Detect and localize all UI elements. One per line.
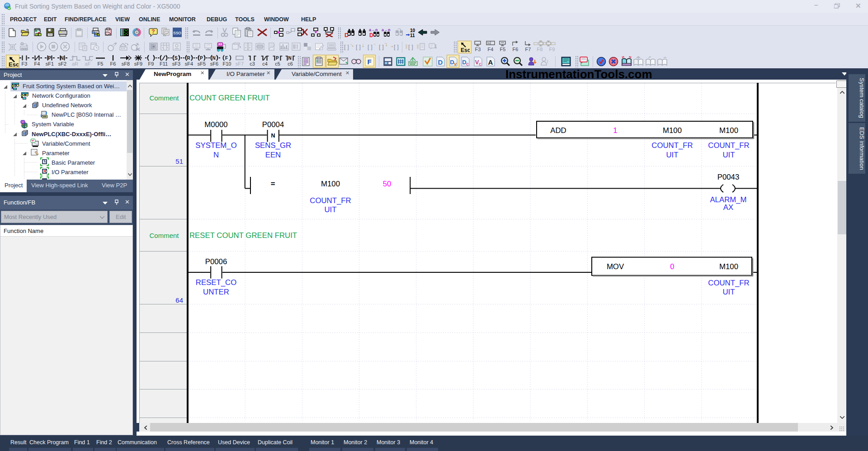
svg-text:c: c	[466, 61, 469, 66]
svg-text:Comment: Comment	[149, 94, 179, 102]
svg-text:N: N	[487, 42, 490, 45]
svg-text:Esc: Esc	[9, 61, 19, 67]
svg-text:SENS_GR: SENS_GR	[255, 141, 291, 150]
svg-text:?: ?	[151, 28, 155, 35]
svg-text:UIT: UIT	[722, 151, 735, 159]
svg-text:P0043: P0043	[717, 173, 740, 181]
svg-text:A: A	[488, 58, 493, 66]
svg-text:P: P	[200, 56, 203, 61]
svg-text:0: 0	[670, 262, 674, 271]
svg-text:P: P	[48, 56, 52, 61]
svg-text:N: N	[212, 56, 216, 61]
svg-text:[ ]: [ ]	[379, 43, 384, 50]
svg-text:S: S	[175, 56, 178, 61]
svg-text:COUNT_FR: COUNT_FR	[651, 141, 693, 150]
svg-text:[ ]: [ ]	[394, 43, 399, 50]
svg-text:UNTER: UNTER	[203, 288, 229, 296]
svg-text:SSO: SSO	[173, 31, 181, 35]
svg-text:Comment: Comment	[149, 232, 179, 239]
svg-text:[ ]: [ ]	[408, 43, 413, 50]
svg-text:c: c	[479, 61, 481, 66]
svg-text:P0006: P0006	[205, 257, 227, 266]
svg-text:[ ]: [ ]	[356, 43, 361, 50]
svg-text:UIT: UIT	[324, 205, 336, 214]
svg-text:N: N	[288, 56, 292, 61]
svg-text:51: 51	[175, 157, 183, 165]
svg-text:COUNT_FR: COUNT_FR	[310, 196, 351, 205]
svg-text:D: D	[438, 58, 443, 66]
svg-text:AX: AX	[723, 203, 733, 212]
svg-text:Esc: Esc	[461, 47, 470, 52]
svg-text:RESET_CO: RESET_CO	[196, 278, 236, 287]
svg-text:64: 64	[175, 296, 183, 304]
svg-text:[ ]: [ ]	[368, 43, 373, 50]
svg-text:ADD: ADD	[550, 126, 566, 135]
svg-text:[ ]: [ ]	[344, 43, 349, 50]
svg-text:M100: M100	[663, 126, 682, 135]
svg-text:11: 11	[410, 33, 415, 38]
svg-text:SYSTEM_O: SYSTEM_O	[195, 141, 236, 150]
svg-text:RESET COUNT GREEN FRUIT: RESET COUNT GREEN FRUIT	[189, 231, 297, 240]
svg-text:50: 50	[383, 180, 392, 188]
svg-text:N: N	[271, 133, 275, 139]
svg-text:a→o: a→o	[369, 28, 378, 32]
svg-text:M100: M100	[321, 180, 340, 188]
svg-text:P: P	[276, 56, 279, 61]
svg-text:1: 1	[613, 126, 617, 135]
svg-text:M100: M100	[719, 262, 738, 271]
svg-text:P0004: P0004	[262, 120, 284, 129]
svg-text:a→o: a→o	[382, 28, 391, 32]
svg-text:UIT: UIT	[666, 151, 678, 159]
svg-text:D: D	[369, 32, 373, 38]
svg-text:N: N	[213, 151, 219, 159]
svg-text:MOV: MOV	[607, 262, 624, 271]
svg-text:M0000: M0000	[204, 120, 227, 129]
svg-text:v: v	[454, 61, 457, 66]
svg-text:R: R	[187, 56, 191, 61]
svg-text:F: F	[225, 56, 228, 61]
svg-text:COUNT GREEN FRUIT: COUNT GREEN FRUIT	[189, 94, 270, 102]
svg-text:EEN: EEN	[265, 151, 281, 159]
svg-text:N: N	[61, 56, 64, 61]
svg-text:M100: M100	[719, 126, 738, 135]
svg-text:i: i	[85, 46, 85, 50]
svg-text:10: 10	[410, 28, 415, 33]
svg-text:COUNT_FR: COUNT_FR	[708, 279, 749, 287]
svg-text:F: F	[367, 58, 371, 66]
svg-text:UIT: UIT	[722, 288, 735, 296]
svg-text:=: =	[271, 180, 275, 188]
svg-text:COUNT_FR: COUNT_FR	[708, 141, 749, 150]
